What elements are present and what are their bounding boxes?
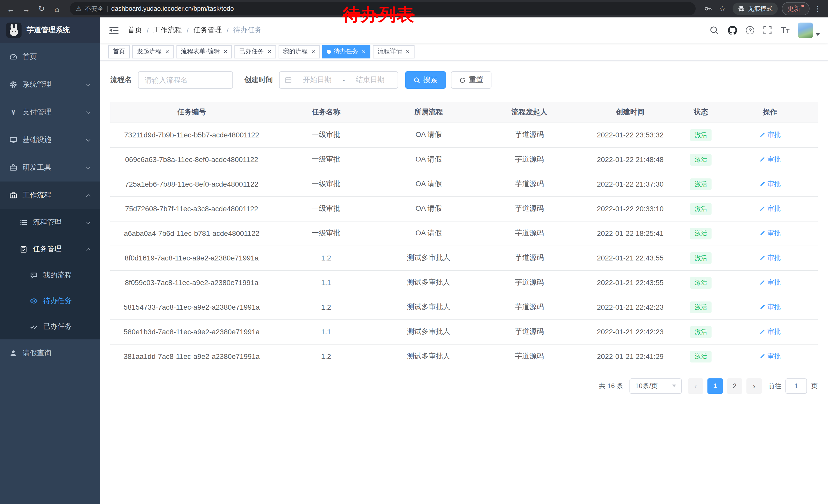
approve-link[interactable]: 审批	[759, 303, 781, 312]
home-icon[interactable]: ⌂	[50, 2, 64, 15]
top-navbar: 首页 / 工作流程 / 任务管理 / 待办任务 ? TT	[100, 17, 828, 43]
created-cell: 2022-01-22 20:33:10	[581, 196, 680, 221]
process-cell: 测试多审批人	[379, 270, 478, 295]
sidebar-item-payment[interactable]: ¥ 支付管理	[0, 98, 100, 126]
table-row: 725a1eb6-7b88-11ec-8ef0-acde48001122 一级审…	[110, 172, 818, 196]
close-icon[interactable]: ×	[165, 48, 169, 55]
initiator-cell: 芋道源码	[478, 319, 581, 344]
task-id-cell: 8f059c03-7ac8-11ec-a9e2-a2380e71991a	[110, 270, 273, 295]
created-cell: 2022-01-21 22:41:29	[581, 344, 680, 369]
sidebar-item-done-tasks[interactable]: 已办任务	[0, 314, 100, 339]
approve-link[interactable]: 审批	[759, 253, 781, 263]
total-count: 共 16 条	[599, 381, 623, 391]
approve-link[interactable]: 审批	[759, 352, 781, 361]
approve-link[interactable]: 审批	[759, 204, 781, 213]
table-header-row: 任务编号 任务名称 所属流程 流程发起人 创建时间 状态 操作	[110, 102, 818, 123]
browser-menu-icon[interactable]: ⋮	[812, 3, 824, 15]
tabs-bar: 首页 发起流程 × 流程表单-编辑 × 已办任务 × 我的流程 × 待办任务 ×	[100, 43, 828, 60]
app-logo[interactable]: 芋道管理系统	[0, 17, 100, 43]
user-avatar-menu[interactable]	[798, 22, 820, 38]
monitor-icon	[9, 136, 17, 144]
filter-bar: 流程名 创建时间 开始日期 - 结束日期 搜索	[110, 71, 818, 89]
close-icon[interactable]: ×	[223, 48, 227, 55]
process-name-label: 流程名	[110, 75, 132, 85]
goto-page-input[interactable]	[785, 378, 807, 394]
breadcrumb-item[interactable]: 任务管理	[194, 26, 222, 35]
incognito-badge: 无痕模式	[733, 3, 778, 15]
update-button[interactable]: 更新	[782, 2, 810, 15]
approve-link[interactable]: 审批	[759, 278, 781, 287]
pagination: 共 16 条 10条/页 ‹ 1 2 › 前往 页	[110, 378, 818, 406]
tab-my-process[interactable]: 我的流程 ×	[279, 45, 320, 58]
status-badge: 激活	[690, 203, 712, 215]
sidebar-item-workflow[interactable]: 工作流程	[0, 182, 100, 209]
done-all-icon	[30, 322, 38, 331]
tab-form-edit[interactable]: 流程表单-编辑 ×	[176, 45, 232, 58]
task-name-cell: 1.1	[273, 319, 379, 344]
forward-icon[interactable]: →	[19, 2, 33, 15]
status-badge: 激活	[690, 153, 712, 165]
reset-button[interactable]: 重置	[451, 71, 492, 89]
sidebar: 芋道管理系统 首页 系统管理 ¥ 支付管理 基础设施	[0, 17, 100, 504]
close-icon[interactable]: ×	[312, 48, 315, 55]
sidebar-item-leave-query[interactable]: 请假查询	[0, 339, 100, 367]
task-id-cell: a6aba0a4-7b6d-11ec-b781-acde48001122	[110, 221, 273, 245]
sidebar-item-todo-tasks[interactable]: 待办任务	[0, 288, 100, 314]
created-cell: 2022-01-22 18:25:41	[581, 221, 680, 245]
close-icon[interactable]: ×	[406, 48, 410, 55]
approve-link[interactable]: 审批	[759, 229, 781, 238]
close-icon[interactable]: ×	[362, 48, 366, 55]
sidebar-item-home[interactable]: 首页	[0, 43, 100, 71]
tab-start-process[interactable]: 发起流程 ×	[132, 45, 174, 58]
task-id-cell: 381aa1dd-7ac8-11ec-a9e2-a2380e71991a	[110, 344, 273, 369]
back-icon[interactable]: ←	[4, 2, 17, 15]
page-size-select[interactable]: 10条/页	[629, 378, 682, 394]
tab-process-detail[interactable]: 流程详情 ×	[373, 45, 414, 58]
table-row: a6aba0a4-7b6d-11ec-b781-acde48001122 一级审…	[110, 221, 818, 245]
start-date-placeholder: 开始日期	[295, 75, 339, 85]
process-name-input[interactable]	[138, 71, 233, 89]
sidebar-item-process-mgmt[interactable]: 流程管理	[0, 209, 100, 236]
approve-link[interactable]: 审批	[759, 327, 781, 336]
created-cell: 2022-01-22 21:48:48	[581, 147, 680, 172]
help-icon[interactable]: ?	[746, 26, 754, 34]
fullscreen-icon[interactable]	[762, 25, 773, 35]
app-title: 芋道管理系统	[27, 26, 70, 35]
table-row: 73211d9d-7b9b-11ec-b5b7-acde48001122 一级审…	[110, 123, 818, 147]
sidebar-item-system[interactable]: 系统管理	[0, 71, 100, 98]
next-page-button[interactable]: ›	[746, 378, 762, 394]
date-range-picker[interactable]: 开始日期 - 结束日期	[279, 71, 398, 89]
key-icon[interactable]	[702, 3, 714, 15]
eye-icon	[30, 297, 38, 305]
refresh-icon[interactable]: ↻	[35, 2, 48, 15]
tab-todo-tasks[interactable]: 待办任务 ×	[322, 45, 370, 58]
task-id-cell: 58154733-7ac8-11ec-a9e2-a2380e71991a	[110, 295, 273, 319]
sidebar-item-my-process[interactable]: 我的流程	[0, 263, 100, 288]
sidebar-item-infra[interactable]: 基础设施	[0, 126, 100, 154]
incognito-icon	[738, 5, 745, 12]
star-icon[interactable]: ☆	[716, 3, 729, 15]
prev-page-button[interactable]: ‹	[688, 378, 703, 394]
github-icon[interactable]	[728, 25, 738, 35]
sidebar-item-devtools[interactable]: 研发工具	[0, 154, 100, 182]
page-button-1[interactable]: 1	[707, 378, 723, 394]
search-icon[interactable]	[709, 25, 719, 35]
initiator-cell: 芋道源码	[478, 123, 581, 147]
initiator-cell: 芋道源码	[478, 172, 581, 196]
breadcrumb-item[interactable]: 首页	[128, 26, 142, 35]
tab-done-tasks[interactable]: 已办任务 ×	[235, 45, 276, 58]
tab-label: 流程详情	[378, 47, 402, 56]
tab-home[interactable]: 首页	[108, 45, 130, 58]
breadcrumb-item[interactable]: 工作流程	[153, 26, 182, 35]
page-button-2[interactable]: 2	[727, 378, 742, 394]
search-button[interactable]: 搜索	[405, 71, 446, 89]
approve-link[interactable]: 审批	[759, 130, 781, 139]
close-icon[interactable]: ×	[267, 48, 271, 55]
approve-link[interactable]: 审批	[759, 179, 781, 189]
sidebar-collapse-icon[interactable]	[108, 25, 120, 36]
approve-link[interactable]: 审批	[759, 155, 781, 164]
sidebar-item-task-mgmt[interactable]: 任务管理	[0, 236, 100, 263]
process-cell: 测试多审批人	[379, 344, 478, 369]
font-size-icon[interactable]: TT	[781, 26, 790, 34]
logo-icon	[6, 22, 22, 38]
